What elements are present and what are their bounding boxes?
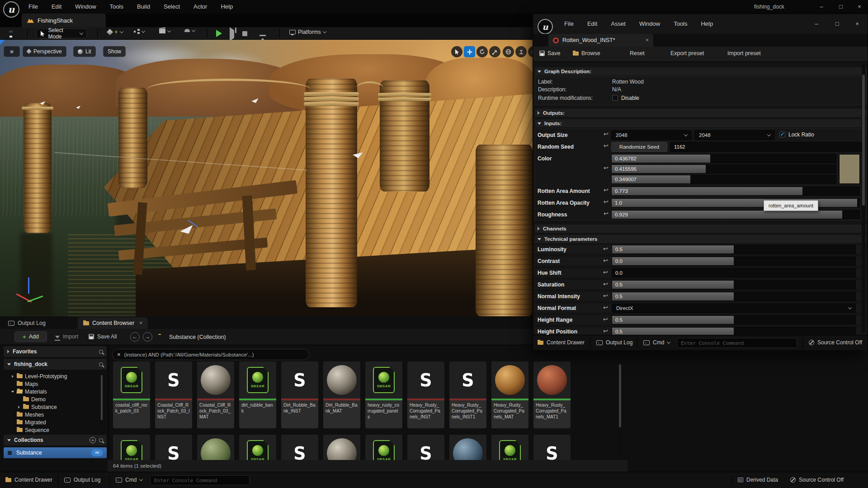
maximize-button[interactable]: □ bbox=[834, 2, 848, 11]
import-button[interactable]: Import bbox=[55, 333, 78, 340]
project-section-header[interactable]: fishing_dock bbox=[4, 359, 107, 370]
row2-asset-tile[interactable]: SBSAR bbox=[239, 435, 276, 460]
sub-menu-window[interactable]: Window bbox=[632, 17, 667, 31]
row2-asset-tile[interactable]: S bbox=[407, 435, 444, 460]
browse-button[interactable]: Browse bbox=[573, 50, 600, 56]
clear-search-icon[interactable]: × bbox=[117, 351, 121, 358]
revert-icon[interactable]: ↩ bbox=[603, 293, 608, 299]
inputs-section-header[interactable]: Inputs: bbox=[535, 119, 867, 127]
tab-rotten-wood-inst[interactable]: Rotten_Wood_INST* × bbox=[548, 34, 653, 47]
search-icon[interactable] bbox=[99, 438, 103, 442]
tree-item-materials[interactable]: Materials bbox=[4, 388, 99, 395]
row2-asset-tile[interactable]: S bbox=[281, 435, 318, 460]
output-height-dropdown[interactable]: 2048 bbox=[694, 130, 775, 140]
channels-section-header[interactable]: Channels bbox=[535, 225, 867, 233]
close-button[interactable]: × bbox=[853, 2, 866, 11]
technical-parameters-header[interactable]: Technical parameters bbox=[535, 235, 867, 243]
tree-item-meshes[interactable]: Meshes bbox=[4, 411, 99, 418]
param-slider[interactable]: 0.0 bbox=[612, 268, 856, 277]
menu-window[interactable]: Window bbox=[68, 0, 103, 14]
tree-arrow-icon[interactable] bbox=[11, 391, 14, 393]
export-preset-button[interactable]: Export preset bbox=[670, 50, 704, 56]
revert-icon[interactable]: ↩ bbox=[604, 165, 609, 171]
viewport-show-dropdown[interactable]: Show bbox=[103, 46, 126, 57]
menu-tools[interactable]: Tools bbox=[103, 0, 130, 14]
collections-section-header[interactable]: Collections + bbox=[4, 435, 107, 446]
minimize-button[interactable]: – bbox=[810, 19, 823, 28]
console-command-input[interactable] bbox=[677, 338, 797, 348]
sub-menu-edit[interactable]: Edit bbox=[580, 17, 604, 31]
revert-icon[interactable]: ↩ bbox=[604, 131, 609, 137]
cinematics-dropdown[interactable] bbox=[159, 29, 170, 33]
maximize-button[interactable]: □ bbox=[830, 19, 844, 28]
row1-asset-tile[interactable]: SCoastal_Cliff_Rock_Patch_03_INST bbox=[155, 361, 192, 428]
stop-button[interactable] bbox=[242, 31, 247, 36]
revert-icon[interactable]: ↩ bbox=[603, 269, 608, 275]
outputs-section-header[interactable]: Outputs: bbox=[535, 109, 867, 117]
derived-data-button[interactable]: Derived Data bbox=[738, 477, 778, 483]
world-space-toggle[interactable] bbox=[503, 46, 514, 57]
revert-icon[interactable]: ↩ bbox=[603, 328, 608, 334]
back-button[interactable]: ← bbox=[130, 332, 140, 342]
roughness-slider[interactable]: 0.929 bbox=[611, 210, 860, 219]
revert-icon[interactable]: ↩ bbox=[603, 316, 608, 322]
select-mode-dropdown[interactable]: Select Mode bbox=[36, 28, 87, 38]
close-tab-icon[interactable]: × bbox=[646, 37, 649, 43]
content-drawer-button[interactable]: Content Drawer bbox=[5, 477, 52, 483]
play-button[interactable] bbox=[216, 30, 222, 37]
viewport-perspective-dropdown[interactable]: Perspective bbox=[23, 46, 66, 57]
menu-edit[interactable]: Edit bbox=[45, 0, 68, 14]
menu-build[interactable]: Build bbox=[130, 0, 157, 14]
revert-icon[interactable]: ↩ bbox=[604, 199, 609, 205]
translate-tool-button[interactable] bbox=[464, 46, 475, 57]
platforms-dropdown[interactable]: Platforms bbox=[289, 29, 326, 35]
randomize-seed-button[interactable]: Randomize Seed bbox=[611, 142, 667, 152]
revert-icon[interactable]: ↩ bbox=[603, 258, 608, 263]
surface-snapping-button[interactable] bbox=[515, 46, 527, 57]
row2-asset-tile[interactable]: S bbox=[155, 435, 192, 460]
sub-menu-file[interactable]: File bbox=[557, 17, 580, 31]
row1-asset-tile[interactable]: SBSARcoastal_cliff_rock_patch_03 bbox=[113, 361, 150, 428]
add-button[interactable]: + Add bbox=[14, 331, 47, 342]
blueprints-dropdown[interactable] bbox=[134, 29, 145, 34]
seed-value-field[interactable]: 1162 bbox=[670, 142, 862, 152]
tree-item-level-prototyping[interactable]: Level-Prototyping bbox=[4, 372, 99, 380]
console-command-input[interactable] bbox=[150, 475, 250, 485]
menu-actor[interactable]: Actor bbox=[187, 0, 214, 14]
disable-checkbox[interactable] bbox=[612, 95, 618, 101]
search-icon[interactable] bbox=[99, 350, 103, 354]
param-slider[interactable]: 0.5 bbox=[612, 292, 856, 301]
row1-asset-tile[interactable]: SBSARheavy_rusty_corrugated_panels bbox=[365, 361, 402, 428]
collection-checkbox[interactable] bbox=[7, 450, 12, 455]
revert-icon[interactable]: ↩ bbox=[604, 211, 609, 216]
search-icon[interactable] bbox=[99, 362, 103, 366]
tree-item-maps[interactable]: Maps bbox=[4, 380, 99, 388]
viewport-options-menu[interactable]: ≡ bbox=[4, 46, 20, 57]
grid-scrollbar[interactable] bbox=[618, 363, 622, 459]
rotate-tool-button[interactable] bbox=[476, 46, 488, 57]
source-control-button[interactable]: Source Control Off bbox=[790, 477, 844, 483]
rotten-area-opacity-slider[interactable]: 1.0 bbox=[611, 198, 860, 207]
step-frame-button[interactable] bbox=[230, 27, 234, 41]
row1-asset-tile[interactable]: Heavy_Rusty_Corrugated_Panels_MAT1 bbox=[533, 361, 571, 428]
revert-icon[interactable]: ↩ bbox=[603, 305, 608, 310]
tab-content-browser[interactable]: Content Browser × bbox=[78, 317, 148, 329]
save-button[interactable]: Save bbox=[539, 50, 561, 56]
menu-select[interactable]: Select bbox=[157, 0, 187, 14]
tab-output-log[interactable]: Output Log bbox=[3, 317, 51, 329]
color-swatch[interactable] bbox=[839, 154, 860, 184]
revert-icon[interactable]: ↩ bbox=[604, 143, 609, 149]
source-control-button[interactable]: Source Control Off bbox=[809, 339, 862, 346]
parameters-scrollbar[interactable] bbox=[862, 64, 865, 333]
tree-scrollbar[interactable] bbox=[100, 372, 103, 436]
param-slider[interactable]: 0.5 bbox=[612, 245, 856, 254]
color-r-slider[interactable]: 0.436782 bbox=[611, 154, 836, 163]
row2-asset-tile[interactable] bbox=[449, 435, 486, 460]
color-g-slider[interactable]: 0.415595 bbox=[611, 164, 836, 174]
reset-button[interactable]: Reset bbox=[630, 50, 645, 56]
add-collection-icon[interactable]: + bbox=[90, 437, 96, 443]
tree-item-demo[interactable]: Demo bbox=[4, 395, 99, 403]
menu-file[interactable]: File bbox=[22, 0, 45, 14]
cmd-dropdown[interactable]: Cmd bbox=[116, 477, 142, 483]
revert-icon[interactable]: ↩ bbox=[603, 281, 608, 287]
